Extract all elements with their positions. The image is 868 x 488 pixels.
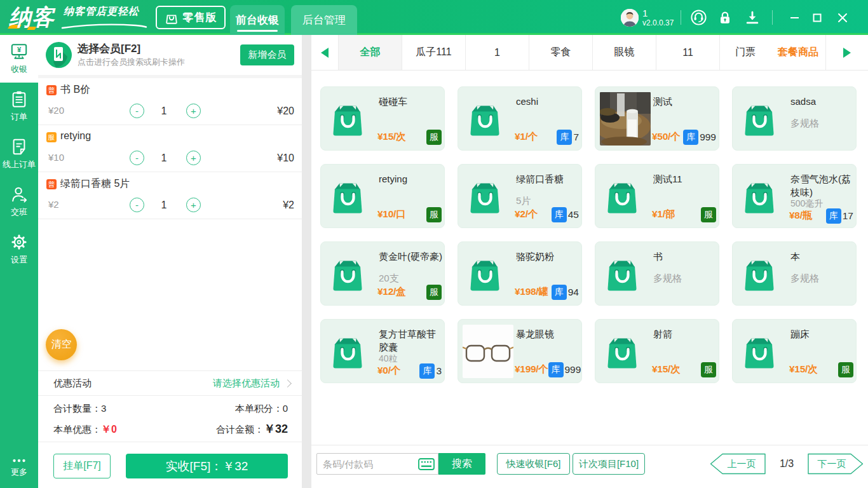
product-type-badge: 库 [552,285,567,300]
product-price: ¥0/个 [377,364,400,377]
cart-item-name: retying [60,130,91,142]
sidebar-item-online-orders[interactable]: 线上订单 [0,130,38,178]
member-card-icon[interactable] [46,42,72,68]
product-card[interactable]: 复方甘草酸苷胶囊 40粒 ¥0/个 库 3 [320,319,445,383]
product-card[interactable]: retying ¥10/口 服 [320,164,445,228]
category-tab-零食[interactable]: 零食 [529,35,593,70]
category-tab-11[interactable]: 11 [656,35,720,70]
top-header-bar: 纳客 纳客管店更轻松 零售版 前台收银 后台管理 1 v2.0.0.37 [0,0,868,35]
product-spec: 5片 [516,195,531,207]
tab-back-management[interactable]: 后台管理 [291,5,357,35]
product-card[interactable]: 测试11 ¥1/部 服 [595,164,719,228]
product-card[interactable]: 本 多规格 [732,241,857,306]
product-stock: 3 [436,365,442,377]
settings-gear-icon [10,233,28,251]
member-select-button[interactable]: 选择会员[F2] 点击进行会员搜索或刷卡操作 [78,42,185,68]
product-type-badge: 库 [826,208,841,224]
product-card[interactable]: 碰碰车 ¥15/次 服 [320,86,445,151]
category-tab-门票[interactable]: 门票 [720,35,771,70]
category-scroll-right-button[interactable] [825,35,868,70]
tab-front-cashier[interactable]: 前台收银 [230,5,285,35]
sidebar-item-cashier-monitor[interactable]: 收银 [0,35,38,83]
keyboard-icon[interactable] [418,458,435,470]
category-tab-眼镜[interactable]: 眼镜 [593,35,656,70]
product-stock: 45 [568,209,579,220]
count-item-button[interactable]: 计次项目[F10] [573,453,645,475]
category-tab-套餐商品[interactable]: 套餐商品 [771,35,825,70]
product-price: ¥198/罐 [515,285,548,299]
prev-page-button[interactable]: 上一页 [710,453,766,475]
maximize-button[interactable] [806,0,828,35]
product-name: 骆驼奶粉 [516,250,582,263]
sidebar-item-more[interactable]: 更多 [0,451,38,484]
lock-icon[interactable] [714,0,736,35]
arrow-right-icon [842,47,852,58]
product-card[interactable]: sadsa 多规格 [732,86,857,151]
member-select-row: 选择会员[F2] 点击进行会员搜索或刷卡操作 新增会员 [38,35,302,75]
product-card[interactable]: 书 多规格 [595,241,719,306]
qty-increase-button[interactable]: + [186,151,201,165]
product-card[interactable]: 骆驼奶粉 ¥198/罐 库 94 [458,241,582,306]
category-tab-全部[interactable]: 全部 [339,35,402,70]
item-type-badge: 普 [46,179,57,189]
category-tab-1[interactable]: 1 [466,35,529,70]
checkout-button[interactable]: 实收[F5]：￥32 [126,454,288,478]
cart-item-unit-price: ¥2 [48,199,59,210]
category-scroll-left-button[interactable] [311,35,339,70]
product-card[interactable]: ceshi ¥1/个 库 7 [458,86,582,151]
product-card[interactable]: 射箭 ¥15/次 服 [595,319,719,383]
quick-cashier-button[interactable]: 快速收银[F6] [497,453,570,475]
product-type-badge: 库 [419,363,435,379]
product-name: retying [379,172,445,186]
product-name: 奈雪气泡水(荔枝味) [790,172,857,199]
hold-order-button[interactable]: 挂单[F7] [53,454,111,478]
user-account[interactable]: 1 v2.0.0.37 [621,0,674,35]
category-tab-瓜子111[interactable]: 瓜子111 [402,35,466,70]
item-type-badge: 服 [46,132,57,142]
product-price: ¥10/口 [377,208,405,221]
product-stock: 94 [568,287,579,298]
summary-total-value: ￥32 [264,423,288,435]
minimize-button[interactable] [783,0,805,35]
logo-tagline: 纳客管店更轻松 [64,5,146,30]
product-card[interactable]: 绿箭口香糖 5片 ¥2/个 库 45 [458,164,582,228]
add-member-button[interactable]: 新增会员 [240,44,294,65]
cart-item-unit-price: ¥20 [48,105,64,116]
qty-increase-button[interactable]: + [186,104,201,118]
cashier-monitor-icon [10,43,28,60]
product-photo-photo-drink [600,92,651,146]
search-button[interactable]: 搜索 [438,453,485,475]
product-name: sadsa [790,95,857,108]
product-card[interactable]: 奈雪气泡水(荔枝味) 500毫升 ¥8/瓶 库 17 [732,164,857,228]
cart-item-row[interactable]: 服 retying ¥10 - 1 + ¥10 [38,125,302,172]
promo-row: 优惠活动 请选择优惠活动 [38,370,302,396]
product-card[interactable]: 测试 ¥50/个 库 999 [595,86,719,151]
cart-item-name: 绿箭口香糖 5片 [60,177,130,191]
close-button[interactable] [832,0,853,35]
product-type-badge: 库 [683,130,698,145]
shopping-bag-icon [744,101,780,138]
product-price: ¥8/瓶 [789,209,812,222]
next-page-button[interactable]: 下一页 [808,453,864,475]
sidebar-item-orders-clipboard[interactable]: 订单 [0,83,38,130]
cart-item-row[interactable]: 普 书 B价 ¥20 - 1 + ¥20 [38,78,302,125]
product-price: ¥15/次 [652,363,680,376]
customer-service-icon[interactable] [688,0,709,35]
product-type-badge: 库 [557,130,572,145]
promo-select-link[interactable]: 请选择优惠活动 [213,377,280,390]
qty-increase-button[interactable]: + [186,198,201,212]
cart-item-row[interactable]: 普 绿箭口香糖 5片 ¥2 - 1 + ¥2 [38,172,302,219]
clear-cart-button[interactable]: 清空 [46,329,77,360]
chevron-right-icon [283,379,292,388]
download-icon[interactable] [742,0,763,35]
sidebar-item-settings-gear[interactable]: 设置 [0,226,38,273]
product-card[interactable]: 暴龙眼镜 ¥199/个 库 999 [458,319,582,383]
edition-badge-button[interactable]: 零售版 [156,6,226,29]
product-stock: 17 [843,210,853,222]
sidebar-item-shift-person[interactable]: 交班 [0,178,38,226]
product-card[interactable]: 黄金叶(硬帝豪) 20支 ¥12/盒 服 [320,241,445,306]
product-card[interactable]: 蹦床 ¥15/次 服 [732,319,857,383]
product-name: 蹦床 [790,327,857,341]
arrow-left-icon [320,47,330,58]
user-name: 1 [642,8,674,18]
